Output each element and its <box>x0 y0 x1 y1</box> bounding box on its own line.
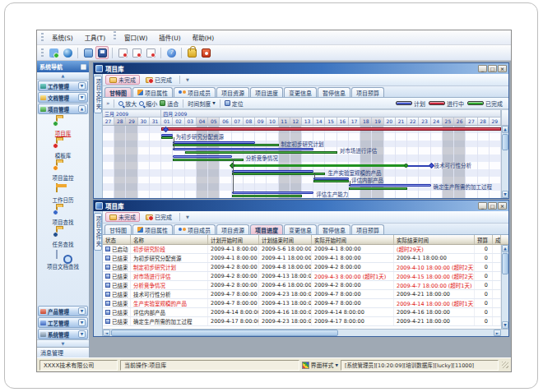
chevron-down-icon[interactable]: ▼ <box>78 319 86 326</box>
gantt-window-titlebar[interactable]: 项目库 _ □ × <box>94 63 508 74</box>
filter-more-icon[interactable]: ▼ <box>183 77 192 82</box>
sidebar-item-project-monitor[interactable]: 项目监控 <box>53 162 74 182</box>
close-button[interactable]: × <box>498 202 507 210</box>
gantt-bar-done-9[interactable] <box>349 187 407 190</box>
gantt-tab-pause[interactable]: 暂停信息 <box>318 87 350 97</box>
scrollbar-thumb[interactable] <box>502 253 508 274</box>
network-button[interactable] <box>61 46 74 59</box>
table-tab-progress[interactable]: 项目进度 <box>250 224 283 234</box>
menu-item-5[interactable]: 帮助(H) <box>187 31 220 44</box>
table-row[interactable]: 已结束技术可行性分析2009-4-7 8:00:002009-4-23 18:0… <box>103 290 501 299</box>
table-tab-pause[interactable]: 暂停信息 <box>318 224 350 234</box>
zoom-out-button[interactable]: 缩小 <box>139 99 157 108</box>
table-row[interactable]: 已结束生产实验室规模的产品2009-4-7 8:00:002009-4-13 1… <box>103 299 501 308</box>
column-header-2[interactable]: 名称 <box>131 235 208 244</box>
scrollbar-thumb[interactable] <box>111 330 338 336</box>
column-header-8[interactable]: 成 <box>493 235 501 244</box>
menu-item-3[interactable]: 窗口(W) <box>118 31 153 44</box>
save-button[interactable] <box>95 46 109 59</box>
filter-unfinished-button[interactable]: 未完成 <box>105 212 140 222</box>
resize-grip-icon[interactable] <box>502 362 508 368</box>
sidebar-item-project-search[interactable]: 项目查找 <box>53 206 74 226</box>
scroll-up-button[interactable]: ▲ <box>502 245 508 252</box>
filter-unfinished-button[interactable]: 未完成 <box>105 75 140 85</box>
scroll-down-button[interactable]: ▼ <box>502 321 508 329</box>
scroll-down-button[interactable]: ▼ <box>502 191 508 198</box>
table-row[interactable]: 已结束为初步研究分配资源2009-4-1 8:00:002009-4-1 18:… <box>103 254 501 263</box>
table-tab-members[interactable]: 项目成员 <box>174 224 216 234</box>
menu-item-2[interactable]: 工具(T) <box>79 31 111 44</box>
help-button[interactable] <box>165 46 178 59</box>
chevron-up-icon[interactable]: ▲ <box>78 105 86 113</box>
chevron-down-icon[interactable]: ▼ <box>78 330 86 338</box>
gantt-bar-inprogress-1[interactable] <box>161 127 501 131</box>
filter-finished-button[interactable]: 已完成 <box>142 75 176 85</box>
toolbar-overflow-icon[interactable]: » <box>106 100 109 107</box>
column-header-1[interactable]: 状态 <box>103 235 131 244</box>
gantt-tab-resources[interactable]: 项目资源 <box>216 87 249 97</box>
table-tab-properties[interactable]: 项目属性 <box>132 224 173 234</box>
gantt-bar-done-2[interactable] <box>161 136 173 139</box>
gantt-tab-gantt[interactable]: 甘特图 <box>104 87 132 97</box>
column-header-7[interactable]: 预算 <box>475 235 493 244</box>
project-folders-tab[interactable]: 项目文件夹 <box>94 76 102 113</box>
locate-button[interactable]: 定位 <box>225 99 244 108</box>
chevron-down-icon[interactable]: ▼ <box>78 82 86 90</box>
sidebar-item-work-calendar[interactable]: 工作日历 <box>53 184 74 204</box>
pin-icon[interactable] <box>81 64 86 70</box>
table-row[interactable]: 已结束制定初步研究计划2009-4-2 8:00:002009-4-8 18:0… <box>103 263 501 272</box>
chevron-down-icon[interactable]: ▼ <box>78 94 86 101</box>
scroll-up-button[interactable]: ▲ <box>502 126 508 133</box>
table-row[interactable]: 已结束确定生产所需的加工过程2009-4-17 8:00:002009-4-23… <box>103 317 501 326</box>
chevron-down-icon[interactable]: ▼ <box>78 307 86 315</box>
sidebar-item-project-doc-search[interactable]: 项目文档查找 <box>47 251 79 270</box>
table-row[interactable]: 已结束对市场进行评估2009-4-2 8:00:002009-4-13 18:0… <box>103 272 501 281</box>
gantt-bar-done-8[interactable] <box>313 180 349 182</box>
sidebar-group-project-mgmt[interactable]: 项目管理▲ <box>38 104 88 114</box>
minimize-button[interactable]: _ <box>478 202 487 210</box>
gantt-bar-done-7[interactable] <box>232 173 326 175</box>
scroll-left-button[interactable]: ◄ <box>103 330 110 336</box>
table-row[interactable]: 已结束分析竞争情况2009-4-2 8:00:002009-4-6 18:00:… <box>103 281 501 290</box>
column-header-4[interactable]: 计划结束时间 <box>259 235 312 244</box>
sidebar-group-product-mgmt[interactable]: 产品管理▼ <box>38 306 88 316</box>
gantt-tab-members[interactable]: 项目成员 <box>174 87 216 97</box>
gantt-tab-changes[interactable]: 变更信息 <box>284 87 317 97</box>
sidebar-group-work-mgmt[interactable]: 工作管理▼ <box>38 81 88 91</box>
table-row[interactable]: 已结束评估内部产品2009-4-14 8:00:002009-4-16 18:0… <box>103 308 501 317</box>
gantt-bar-done-4[interactable] <box>185 151 337 154</box>
sidebar-group-doc-mgmt[interactable]: 文档管理▼ <box>38 92 88 103</box>
gantt-bar-done-3[interactable] <box>173 144 278 146</box>
workspace-button[interactable] <box>47 46 60 59</box>
column-header-5[interactable]: 实际开始时间 <box>312 235 394 244</box>
menu-item-1[interactable]: 系统(S) <box>46 31 79 44</box>
report-button-3[interactable] <box>144 46 157 59</box>
project-folders-tab[interactable]: 项目文件夹 <box>94 213 102 251</box>
sidebar-group-system-mgmt[interactable]: 系统管理▼ <box>38 329 88 339</box>
scrollbar-track[interactable] <box>339 330 494 336</box>
scrollbar-track[interactable] <box>502 275 508 321</box>
maximize-button[interactable]: □ <box>488 65 497 72</box>
gantt-tab-progress[interactable]: 项目进度 <box>250 87 283 97</box>
scrollbar-thumb[interactable] <box>502 134 508 150</box>
filter-more-icon[interactable]: ▼ <box>183 214 192 219</box>
column-header-6[interactable]: 实际结束时间 <box>394 235 475 244</box>
report-button-1[interactable] <box>116 46 129 59</box>
open-folder-button[interactable] <box>81 46 95 59</box>
fit-button[interactable]: 适合 <box>160 99 179 108</box>
scrollbar-track[interactable] <box>502 151 508 191</box>
maximize-button[interactable]: □ <box>488 202 497 210</box>
filter-finished-button[interactable]: 已完成 <box>142 212 176 222</box>
interface-style-button[interactable]: 界面样式 ▼ <box>302 361 338 369</box>
time-scale-button[interactable]: 时间刻度▼ <box>188 99 215 108</box>
sidebar-item-task-search[interactable]: 任务查找 <box>53 228 74 248</box>
gantt-tab-properties[interactable]: 项目属性 <box>132 87 173 97</box>
column-header-3[interactable]: 计划开始时间 <box>208 235 259 244</box>
close-button[interactable]: × <box>498 65 507 72</box>
report-button-2[interactable] <box>130 46 143 59</box>
sidebar-expand-button[interactable]: ▼ <box>37 339 89 347</box>
gantt-bar-done-10[interactable] <box>232 195 302 197</box>
table-window-titlebar[interactable]: 项目库 _ □ × <box>94 201 508 211</box>
exit-button[interactable] <box>199 46 212 59</box>
message-management-tab[interactable]: 消息管理 <box>37 347 89 357</box>
